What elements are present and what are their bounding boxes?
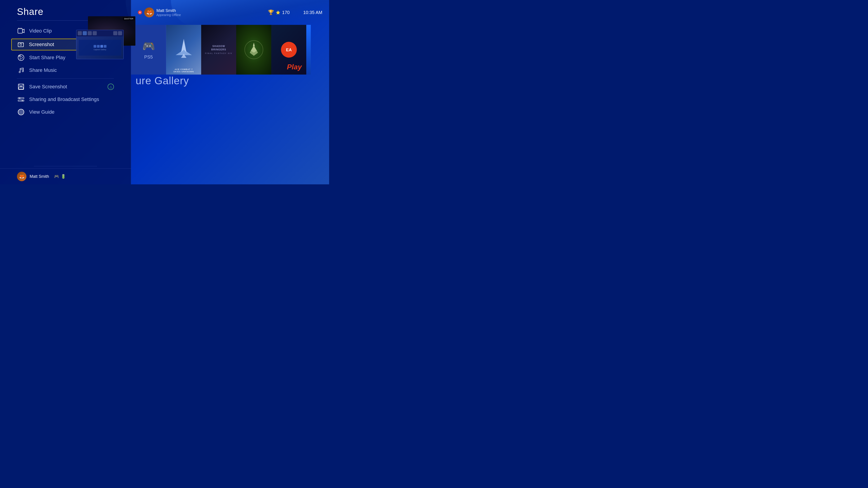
save-screenshot-label: Save Screenshot <box>29 84 103 90</box>
user-name: Matt Smith <box>30 174 49 179</box>
ps5-controller-icon: 🎮 <box>142 40 155 52</box>
capture-gallery-title: ure Gallery <box>135 75 189 87</box>
menu-item-sharing-broadcast-settings[interactable]: Sharing and Broadcast Settings <box>0 93 131 106</box>
user-icons: 🎮 🔋 <box>54 174 66 179</box>
preview-toolbar-right <box>113 31 122 35</box>
menu-item-view-guide[interactable]: View Guide <box>0 106 131 119</box>
game-tile-ea-play[interactable]: EA Play <box>271 25 306 74</box>
trophy-count: 170 <box>282 10 289 15</box>
music-icon <box>17 66 25 74</box>
game-tile-destiny[interactable] <box>236 25 271 74</box>
svg-point-25 <box>19 98 20 99</box>
menu-item-screenshot[interactable]: Screenshot <box>11 39 120 51</box>
menu-item-save-screenshot[interactable]: Save Screenshot △ <box>0 80 131 93</box>
svg-rect-6 <box>18 29 22 33</box>
ea-logo: EA <box>281 42 297 58</box>
share-panel: Share Video Clip SHATTER <box>0 0 131 184</box>
trophy-icon: 🏆 <box>268 9 274 15</box>
save-screenshot-icon <box>17 83 25 91</box>
menu-item-start-share-play[interactable]: Start Share Play <box>0 51 131 64</box>
share-play-icon <box>17 54 25 62</box>
games-area: 🎮 PS5 ACE COMBAT 7SKIES UNKNOWN SHADOWBR… <box>131 25 329 74</box>
ea-play-text: Play <box>287 63 302 71</box>
share-music-label: Share Music <box>29 67 114 73</box>
game-tile-ps5[interactable]: 🎮 PS5 <box>131 25 166 74</box>
destiny-logo-svg <box>244 39 264 60</box>
trophy-star-icon: ⭐ <box>276 10 280 15</box>
ace-combat-art: ACE COMBAT 7SKIES UNKNOWN <box>166 25 201 74</box>
capture-gallery-section: ure Gallery <box>135 74 329 87</box>
svg-point-22 <box>21 86 22 87</box>
trophy-area: 🏆 ⭐ 170 <box>268 9 289 15</box>
preview-toolbar-icon-1 <box>78 31 82 35</box>
screenshot-svg <box>17 41 24 48</box>
user-bar: 🦊 Matt Smith 🎮 🔋 <box>0 168 131 184</box>
sharing-broadcast-settings-label: Sharing and Broadcast Settings <box>29 96 114 102</box>
mini-icon-2 <box>97 45 100 48</box>
save-screenshot-svg <box>18 83 25 90</box>
header-user-info: Matt Smith Appearing Offline <box>156 8 181 17</box>
screenshot-icon <box>17 40 25 48</box>
video-clip-icon <box>17 27 25 35</box>
guide-svg <box>18 108 25 116</box>
menu-item-share-music[interactable]: Share Music <box>0 64 131 76</box>
svg-rect-23 <box>18 98 24 99</box>
time-display: 10:35 AM <box>303 10 322 15</box>
header: 🦊 Matt Smith Appearing Offline 🏆 ⭐ 170 1… <box>131 0 329 25</box>
preview-toolbar-icon-5 <box>113 31 117 35</box>
ace-combat-plane-svg <box>170 36 197 63</box>
preview-toolbar-icon-4 <box>93 31 97 35</box>
preview-icon-row <box>94 45 106 48</box>
ea-play-art: EA Play <box>271 25 306 74</box>
destiny-art <box>236 25 271 74</box>
preview-toolbar-icon-3 <box>88 31 92 35</box>
video-badge: SHATTER <box>123 17 134 20</box>
svg-rect-12 <box>20 43 22 43</box>
mini-icon-3 <box>100 45 103 48</box>
mini-icon-1 <box>94 45 96 48</box>
game-blue-strip <box>306 25 311 74</box>
svg-point-11 <box>20 44 22 46</box>
video-clip-svg <box>18 27 25 35</box>
svg-line-18 <box>20 69 23 70</box>
start-share-play-label: Start Share Play <box>29 55 114 61</box>
svg-rect-10 <box>18 43 24 47</box>
svg-rect-21 <box>19 87 23 89</box>
mini-icon-4 <box>104 45 106 48</box>
preview-gallery-label: Capture Gallery <box>94 48 106 51</box>
view-guide-label: View Guide <box>29 109 114 115</box>
shadowbringers-art: SHADOWBRINGERSFINAL FANTASY XIV <box>201 25 236 74</box>
ps5-label: PS5 <box>144 55 153 60</box>
share-play-svg <box>18 54 25 61</box>
settings-svg <box>18 96 25 103</box>
triangle-button: △ <box>107 84 114 90</box>
svg-rect-24 <box>18 100 24 101</box>
preview-toolbar-icon-2 <box>83 31 87 35</box>
svg-rect-20 <box>19 84 23 86</box>
section-divider-2 <box>34 166 97 166</box>
controller-icon: 🎮 <box>54 174 59 179</box>
settings-icon <box>17 95 25 103</box>
triangle-symbol: △ <box>110 85 112 89</box>
game-tile-ace-combat[interactable]: ACE COMBAT 7SKIES UNKNOWN <box>166 25 201 74</box>
game-tile-shadowbringers[interactable]: SHADOWBRINGERSFINAL FANTASY XIV <box>201 25 236 74</box>
header-avatar: 🦊 <box>144 7 154 18</box>
music-svg <box>18 67 25 74</box>
header-user-name: Matt Smith <box>156 8 181 13</box>
offline-indicator: 🦊 Matt Smith Appearing Offline <box>138 7 181 18</box>
battery-icon: 🔋 <box>61 174 66 179</box>
shadowbringers-text: SHADOWBRINGERSFINAL FANTASY XIV <box>205 44 232 55</box>
ace-combat-text: ACE COMBAT 7SKIES UNKNOWN <box>166 68 201 73</box>
ea-logo-svg: EA <box>283 44 294 55</box>
preview-toolbar <box>76 30 123 36</box>
svg-point-13 <box>18 55 24 61</box>
preview-toolbar-icon-6 <box>118 31 122 35</box>
offline-dot <box>138 10 142 14</box>
guide-icon <box>17 108 25 116</box>
header-user-status: Appearing Offline <box>156 13 181 17</box>
svg-point-26 <box>22 100 23 101</box>
svg-text:EA: EA <box>286 47 291 52</box>
user-avatar: 🦊 <box>17 172 26 181</box>
